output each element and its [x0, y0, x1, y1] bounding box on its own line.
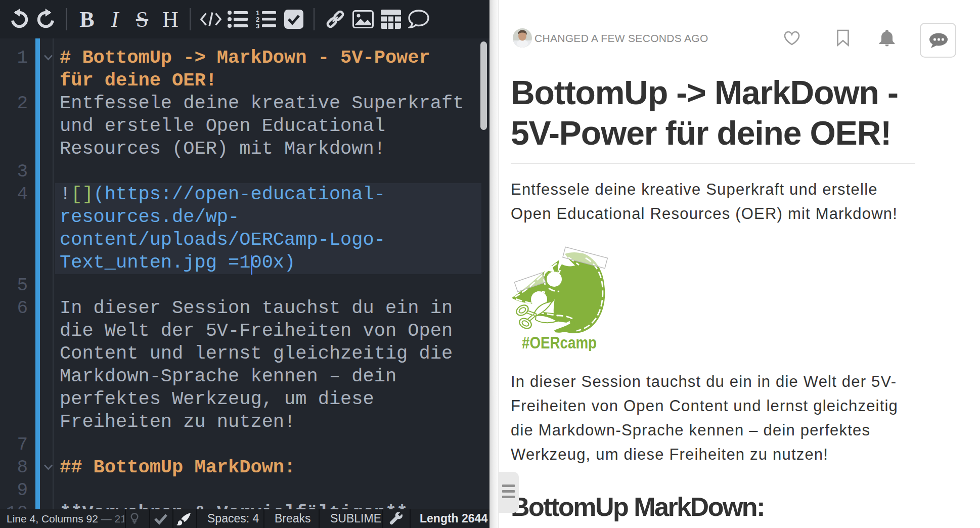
svg-text:3: 3 [256, 22, 259, 29]
svg-text:#OERcamp: #OERcamp [522, 333, 597, 351]
